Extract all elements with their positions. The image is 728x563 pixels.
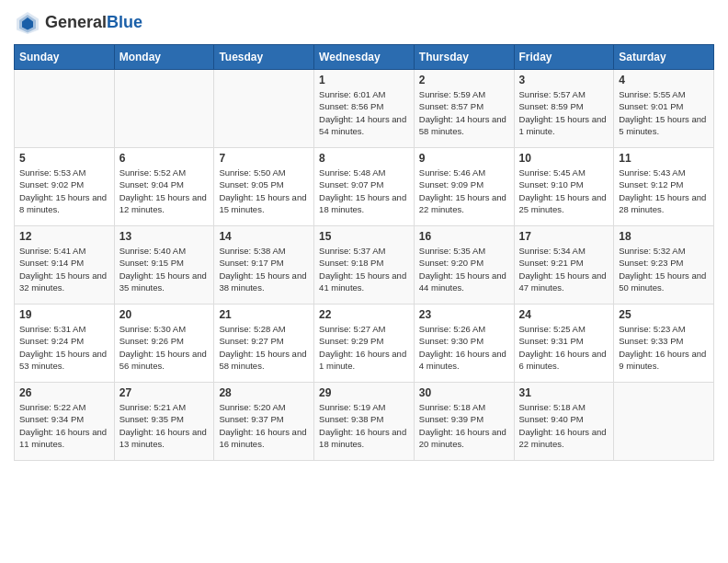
day-info: Sunrise: 5:27 AM Sunset: 9:29 PM Dayligh… (319, 323, 409, 372)
day-number: 2 (419, 74, 509, 86)
day-info: Sunrise: 5:57 AM Sunset: 8:59 PM Dayligh… (519, 88, 609, 137)
day-info: Sunrise: 5:34 AM Sunset: 9:21 PM Dayligh… (519, 245, 609, 293)
day-number: 25 (619, 308, 709, 321)
day-number: 31 (519, 386, 609, 399)
calendar-cell (114, 70, 214, 148)
week-row-1: 1Sunrise: 6:01 AM Sunset: 8:56 PM Daylig… (15, 70, 714, 148)
day-number: 26 (19, 386, 109, 399)
weekday-header-sunday: Sunday (15, 45, 115, 70)
calendar-cell (214, 70, 314, 148)
day-number: 8 (319, 152, 409, 165)
day-info: Sunrise: 5:43 AM Sunset: 9:12 PM Dayligh… (619, 167, 709, 215)
day-info: Sunrise: 5:50 AM Sunset: 9:05 PM Dayligh… (219, 167, 309, 215)
day-info: Sunrise: 5:23 AM Sunset: 9:33 PM Dayligh… (619, 323, 709, 372)
week-row-5: 26Sunrise: 5:22 AM Sunset: 9:34 PM Dayli… (15, 383, 714, 461)
calendar-table: SundayMondayTuesdayWednesdayThursdayFrid… (14, 44, 714, 461)
calendar-cell: 9Sunrise: 5:46 AM Sunset: 9:09 PM Daylig… (414, 148, 514, 226)
calendar-cell: 29Sunrise: 5:19 AM Sunset: 9:38 PM Dayli… (314, 383, 415, 461)
day-number: 23 (419, 308, 509, 321)
day-number: 10 (519, 152, 609, 165)
calendar-cell: 11Sunrise: 5:43 AM Sunset: 9:12 PM Dayli… (614, 148, 714, 226)
day-info: Sunrise: 5:37 AM Sunset: 9:18 PM Dayligh… (319, 245, 409, 293)
calendar-cell: 6Sunrise: 5:52 AM Sunset: 9:04 PM Daylig… (114, 148, 214, 226)
calendar-cell: 21Sunrise: 5:28 AM Sunset: 9:27 PM Dayli… (214, 304, 314, 383)
day-info: Sunrise: 5:28 AM Sunset: 9:27 PM Dayligh… (219, 323, 309, 372)
calendar-cell: 26Sunrise: 5:22 AM Sunset: 9:34 PM Dayli… (15, 383, 115, 461)
day-number: 11 (619, 152, 709, 165)
weekday-header-saturday: Saturday (614, 45, 714, 70)
calendar-cell: 10Sunrise: 5:45 AM Sunset: 9:10 PM Dayli… (514, 148, 614, 226)
day-info: Sunrise: 5:55 AM Sunset: 9:01 PM Dayligh… (619, 88, 709, 137)
calendar-cell: 19Sunrise: 5:31 AM Sunset: 9:24 PM Dayli… (15, 304, 115, 383)
day-info: Sunrise: 5:22 AM Sunset: 9:34 PM Dayligh… (19, 401, 109, 450)
day-number: 12 (19, 230, 109, 243)
calendar-cell: 20Sunrise: 5:30 AM Sunset: 9:26 PM Dayli… (114, 304, 214, 383)
day-number: 20 (119, 308, 210, 321)
day-number: 24 (519, 308, 609, 321)
day-info: Sunrise: 5:53 AM Sunset: 9:02 PM Dayligh… (19, 167, 109, 215)
day-info: Sunrise: 5:45 AM Sunset: 9:10 PM Dayligh… (519, 167, 609, 215)
calendar-cell: 13Sunrise: 5:40 AM Sunset: 9:15 PM Dayli… (114, 226, 214, 304)
day-info: Sunrise: 5:52 AM Sunset: 9:04 PM Dayligh… (119, 167, 210, 215)
day-number: 22 (319, 308, 409, 321)
day-number: 21 (219, 308, 309, 321)
calendar-cell: 7Sunrise: 5:50 AM Sunset: 9:05 PM Daylig… (214, 148, 314, 226)
day-info: Sunrise: 5:25 AM Sunset: 9:31 PM Dayligh… (519, 323, 609, 372)
calendar-cell (614, 383, 714, 461)
calendar-cell: 2Sunrise: 5:59 AM Sunset: 8:57 PM Daylig… (414, 70, 514, 148)
calendar-cell: 25Sunrise: 5:23 AM Sunset: 9:33 PM Dayli… (614, 304, 714, 383)
calendar-cell: 16Sunrise: 5:35 AM Sunset: 9:20 PM Dayli… (414, 226, 514, 304)
calendar-cell: 30Sunrise: 5:18 AM Sunset: 9:39 PM Dayli… (414, 383, 514, 461)
day-info: Sunrise: 6:01 AM Sunset: 8:56 PM Dayligh… (319, 88, 409, 137)
day-number: 28 (219, 386, 309, 399)
day-number: 7 (219, 152, 309, 165)
day-info: Sunrise: 5:48 AM Sunset: 9:07 PM Dayligh… (319, 167, 409, 215)
header: GeneralBlue (14, 9, 714, 37)
day-info: Sunrise: 5:32 AM Sunset: 9:23 PM Dayligh… (619, 245, 709, 293)
day-number: 5 (19, 152, 109, 165)
day-info: Sunrise: 5:19 AM Sunset: 9:38 PM Dayligh… (319, 401, 409, 450)
calendar-cell: 27Sunrise: 5:21 AM Sunset: 9:35 PM Dayli… (114, 383, 214, 461)
weekday-header-friday: Friday (514, 45, 614, 70)
week-row-3: 12Sunrise: 5:41 AM Sunset: 9:14 PM Dayli… (15, 226, 714, 304)
week-row-4: 19Sunrise: 5:31 AM Sunset: 9:24 PM Dayli… (15, 304, 714, 383)
logo-text: GeneralBlue (45, 14, 142, 32)
calendar-cell: 22Sunrise: 5:27 AM Sunset: 9:29 PM Dayli… (314, 304, 415, 383)
day-info: Sunrise: 5:18 AM Sunset: 9:39 PM Dayligh… (419, 401, 509, 450)
weekday-header-wednesday: Wednesday (314, 45, 415, 70)
calendar-cell: 23Sunrise: 5:26 AM Sunset: 9:30 PM Dayli… (414, 304, 514, 383)
day-number: 1 (319, 74, 409, 86)
day-number: 27 (119, 386, 210, 399)
weekday-header-thursday: Thursday (414, 45, 514, 70)
calendar-cell: 12Sunrise: 5:41 AM Sunset: 9:14 PM Dayli… (15, 226, 115, 304)
day-info: Sunrise: 5:20 AM Sunset: 9:37 PM Dayligh… (219, 401, 309, 450)
day-info: Sunrise: 5:26 AM Sunset: 9:30 PM Dayligh… (419, 323, 509, 372)
calendar-cell: 5Sunrise: 5:53 AM Sunset: 9:02 PM Daylig… (15, 148, 115, 226)
day-number: 19 (19, 308, 109, 321)
calendar-cell: 4Sunrise: 5:55 AM Sunset: 9:01 PM Daylig… (614, 70, 714, 148)
day-info: Sunrise: 5:18 AM Sunset: 9:40 PM Dayligh… (519, 401, 609, 450)
day-info: Sunrise: 5:30 AM Sunset: 9:26 PM Dayligh… (119, 323, 210, 372)
day-number: 17 (519, 230, 609, 243)
calendar-cell: 28Sunrise: 5:20 AM Sunset: 9:37 PM Dayli… (214, 383, 314, 461)
calendar-cell: 24Sunrise: 5:25 AM Sunset: 9:31 PM Dayli… (514, 304, 614, 383)
day-info: Sunrise: 5:31 AM Sunset: 9:24 PM Dayligh… (19, 323, 109, 372)
day-number: 6 (119, 152, 210, 165)
calendar-cell: 17Sunrise: 5:34 AM Sunset: 9:21 PM Dayli… (514, 226, 614, 304)
logo: GeneralBlue (14, 9, 142, 37)
day-number: 18 (619, 230, 709, 243)
day-number: 29 (319, 386, 409, 399)
calendar-cell: 1Sunrise: 6:01 AM Sunset: 8:56 PM Daylig… (314, 70, 415, 148)
day-number: 15 (319, 230, 409, 243)
day-number: 3 (519, 74, 609, 86)
day-number: 13 (119, 230, 210, 243)
day-info: Sunrise: 5:40 AM Sunset: 9:15 PM Dayligh… (119, 245, 210, 293)
weekday-header-monday: Monday (114, 45, 214, 70)
calendar-cell: 8Sunrise: 5:48 AM Sunset: 9:07 PM Daylig… (314, 148, 415, 226)
week-row-2: 5Sunrise: 5:53 AM Sunset: 9:02 PM Daylig… (15, 148, 714, 226)
day-info: Sunrise: 5:59 AM Sunset: 8:57 PM Dayligh… (419, 88, 509, 137)
calendar-cell (15, 70, 115, 148)
weekday-header-row: SundayMondayTuesdayWednesdayThursdayFrid… (15, 45, 714, 70)
calendar-cell: 15Sunrise: 5:37 AM Sunset: 9:18 PM Dayli… (314, 226, 415, 304)
day-number: 14 (219, 230, 309, 243)
